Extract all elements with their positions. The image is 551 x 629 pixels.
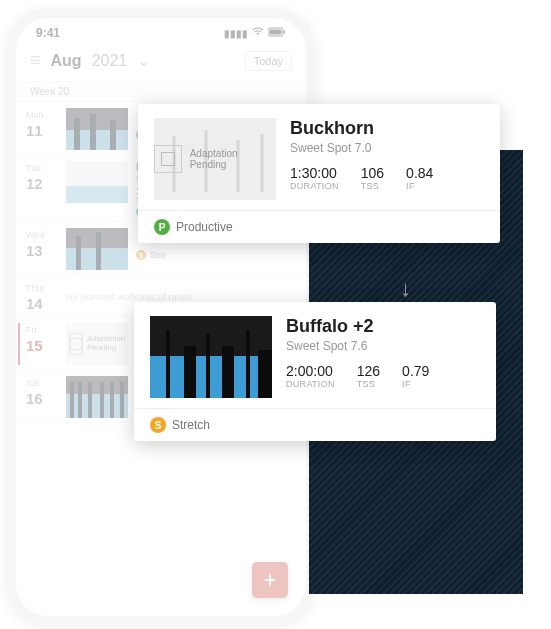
month-label[interactable]: Aug [51,52,82,70]
svg-rect-31 [166,330,170,398]
workout-popup-card[interactable]: Buffalo +2 Sweet Spot 7.6 2:00:00DURATIO… [134,302,496,441]
svg-rect-21 [120,382,124,418]
day-number: 11 [26,122,43,139]
arrow-down-icon: ↓ [400,276,411,302]
svg-rect-34 [222,346,234,398]
workout-status-footer: P Productive [138,210,500,243]
status-time: 9:41 [36,26,60,40]
svg-rect-35 [246,330,250,398]
svg-rect-9 [66,186,128,203]
menu-icon[interactable]: ≡ [30,50,41,71]
year-label: 2021 [92,52,128,70]
svg-rect-2 [284,31,286,34]
workout-type: Sweet Spot 7.0 [290,141,484,155]
status-dot-icon: S [136,250,146,260]
workout-stats: 2:00:00DURATION 126TSS 0.79IF [286,363,480,389]
chevron-down-icon[interactable]: ⌄ [137,51,150,70]
svg-rect-36 [258,350,272,398]
workout-thumb-adaptation: Adaptation Pending [66,323,128,365]
workout-name: Buckhorn [290,118,484,139]
svg-rect-5 [74,118,80,150]
plus-icon [261,571,279,589]
workout-thumb [66,376,128,418]
svg-rect-19 [100,382,104,418]
battery-icon [268,27,286,39]
adaptation-icon [69,333,83,355]
day-of-week: Mon [26,110,44,120]
week-label: Week 20 [16,81,306,102]
workout-stats: 1:30:00DURATION 106TSS 0.84IF [290,165,484,191]
workout-thumb-adaptation: Adaptation Pending [154,118,276,200]
wifi-icon [252,27,264,39]
status-icons: ▮▮▮▮ [224,27,286,39]
signal-icon: ▮▮▮▮ [224,28,248,39]
svg-rect-1 [270,30,282,35]
workout-thumb [66,228,128,270]
productive-badge-icon: P [154,219,170,235]
svg-rect-13 [96,232,101,270]
workout-status-footer: S Stretch [134,408,496,441]
workout-type: Sweet Spot 7.6 [286,339,480,353]
add-button[interactable] [252,562,288,598]
calendar-header: ≡ Aug 2021 ⌄ Today [16,44,306,81]
status-bar: 9:41 ▮▮▮▮ [16,18,306,44]
svg-rect-32 [184,346,196,398]
workout-thumb [150,316,272,398]
stretch-badge-icon: S [150,417,166,433]
today-button[interactable]: Today [245,51,292,71]
svg-rect-15 [66,394,128,418]
workout-thumb [66,108,128,150]
svg-rect-6 [90,114,96,150]
workout-thumb [66,161,128,203]
svg-rect-20 [110,382,114,418]
svg-rect-16 [70,382,74,418]
adaptation-icon [154,145,182,173]
status-badge-text: Stretch [172,418,210,432]
workout-popup-card[interactable]: Adaptation Pending Buckhorn Sweet Spot 7… [138,104,500,243]
svg-rect-18 [88,382,92,418]
svg-rect-12 [76,236,81,270]
svg-rect-17 [78,382,82,418]
svg-rect-33 [206,334,210,398]
svg-rect-7 [110,120,116,150]
workout-name: Buffalo +2 [286,316,480,337]
status-badge-text: Productive [176,220,233,234]
